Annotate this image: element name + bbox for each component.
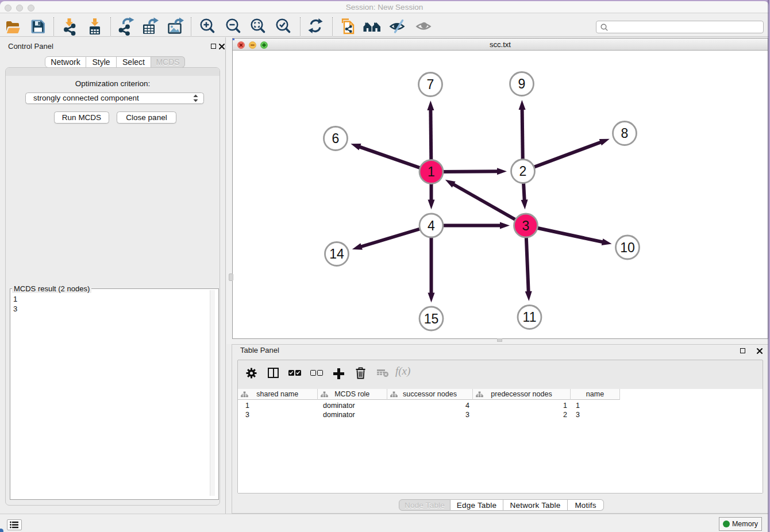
- svg-text:2: 2: [519, 164, 527, 179]
- svg-text:15: 15: [424, 311, 439, 326]
- svg-text:11: 11: [523, 310, 537, 325]
- svg-text:4: 4: [428, 218, 435, 233]
- svg-text:10: 10: [620, 240, 635, 255]
- svg-text:14: 14: [329, 246, 344, 261]
- svg-text:3: 3: [522, 218, 530, 233]
- svg-text:8: 8: [621, 126, 629, 141]
- svg-text:6: 6: [332, 131, 340, 146]
- svg-text:9: 9: [518, 76, 526, 91]
- svg-text:7: 7: [427, 77, 434, 92]
- svg-text:1: 1: [428, 164, 435, 179]
